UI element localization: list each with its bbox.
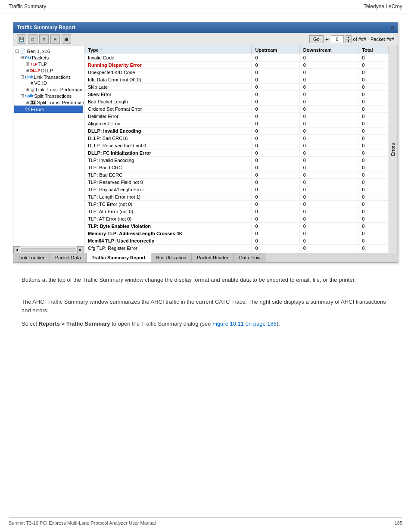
- cell-type: TLP: AT Error (not 0): [84, 215, 252, 223]
- cell-upstream: 0: [252, 208, 299, 215]
- table-row: DLLP: Reserved Field not 0000: [84, 142, 389, 149]
- cell-type: Skip Late: [84, 84, 252, 91]
- cell-upstream: 0: [252, 223, 299, 230]
- cell-downstream: 0: [299, 54, 358, 62]
- cell-total: 0: [358, 201, 389, 208]
- cell-type: Cfg TLP: Register Error: [84, 245, 252, 252]
- cell-downstream: 0: [299, 69, 358, 76]
- cell-total: 0: [358, 223, 389, 230]
- tree-label-packets: Packets: [32, 55, 49, 60]
- cell-type: TLP: Length Error (not 1): [84, 193, 252, 201]
- cell-total: 0: [358, 230, 389, 237]
- tree-item-packets[interactable]: ⊟ Pkt Packets: [14, 54, 83, 61]
- cell-downstream: 0: [299, 128, 358, 135]
- cell-type: TLP: Bad ECRC: [84, 171, 252, 179]
- cell-downstream: 0: [299, 223, 358, 230]
- cell-total: 0: [358, 193, 389, 201]
- cell-downstream: 0: [299, 91, 358, 98]
- cell-upstream: 0: [252, 164, 299, 171]
- cell-upstream: 0: [252, 54, 299, 62]
- header-right: Teledyne LeCroy: [364, 3, 402, 9]
- table-header-row: Type ↑ Upstream Downstream Total: [84, 46, 389, 54]
- open-button[interactable]: □: [28, 34, 37, 44]
- col-type[interactable]: Type ↑: [84, 46, 252, 54]
- tab-data-flow[interactable]: Data Flow: [234, 253, 266, 262]
- cell-type: Bad Packet Length: [84, 98, 252, 106]
- footer-right: 185: [395, 520, 402, 526]
- page-input[interactable]: [331, 35, 344, 43]
- cell-upstream: 0: [252, 149, 299, 157]
- tree-item-gen1[interactable]: ⊟ 📄 Gen 1, x16: [14, 48, 83, 54]
- cell-downstream: 0: [299, 84, 358, 91]
- tab-bus-utilization[interactable]: Bus Utilization: [151, 253, 192, 262]
- errors-side-label: Errors: [389, 46, 398, 253]
- cell-total: 0: [358, 106, 389, 113]
- cell-upstream: 0: [252, 62, 299, 69]
- arrow-icon: ↵: [325, 37, 329, 42]
- table-row: TLP: Attr Error (not 0)000: [84, 208, 389, 215]
- go-button[interactable]: Go: [309, 35, 324, 43]
- cell-type: Ordered Set Format Error: [84, 106, 252, 113]
- print-button[interactable]: ⎙: [39, 34, 49, 44]
- cell-upstream: 0: [252, 120, 299, 128]
- tab-traffic-summary-report[interactable]: Traffic Summary Report: [87, 253, 151, 262]
- tree-item-link-transactions[interactable]: ⊟ Link Link Transactions: [14, 74, 83, 80]
- cell-upstream: 0: [252, 201, 299, 208]
- tree-item-split-perf[interactable]: ⊞ 31 Split Trans. Performan: [14, 99, 83, 106]
- cell-downstream: 0: [299, 215, 358, 223]
- cell-type: Memory TLP: Address/Length Crosses 4K: [84, 230, 252, 237]
- cell-total: 0: [358, 54, 389, 62]
- cell-upstream: 0: [252, 215, 299, 223]
- tab-link-tracker[interactable]: Link Tracker: [13, 253, 50, 262]
- save-button[interactable]: 💾: [17, 34, 26, 44]
- cell-type: Alignment Error: [84, 120, 252, 128]
- table-row: Running Disparity Error000: [84, 62, 389, 69]
- tree-item-split-transactions[interactable]: ⊟ Split Split Transactions: [14, 93, 83, 99]
- cell-total: 0: [358, 245, 389, 252]
- tree-item-link-perf[interactable]: ⊞ 📊 Link Trans. Performan: [14, 86, 83, 93]
- toolbar: 💾 □ ⎙ ⎘ 🖶 Go ↵ ▲ ▼ of ### - Packet ###: [13, 33, 398, 46]
- cell-total: 0: [358, 171, 389, 179]
- table-row: Skew Error000: [84, 91, 389, 98]
- table-row: Idle Data Error (not D0.0)000: [84, 76, 389, 84]
- cell-upstream: 0: [252, 98, 299, 106]
- cell-downstream: 0: [299, 106, 358, 113]
- cell-type: TLP: Invalid Encoding: [84, 157, 252, 164]
- cell-downstream: 0: [299, 149, 358, 157]
- tree-item-tlp[interactable]: ⊞ TLP TLP: [14, 61, 83, 67]
- cell-type: Delimiter Error: [84, 113, 252, 120]
- scroll-right-button[interactable]: ►: [77, 246, 84, 253]
- cell-downstream: 0: [299, 98, 358, 106]
- header-left: Traffic Summary: [9, 3, 46, 9]
- cell-total: 0: [358, 84, 389, 91]
- table-row: Cfg TLP: Register Error000: [84, 245, 389, 252]
- scroll-left-button[interactable]: ◄: [13, 246, 20, 253]
- tree-panel: ⊟ 📄 Gen 1, x16 ⊟ Pkt Packets ⊞ TLP TLP ⊞…: [13, 46, 84, 253]
- cell-total: 0: [358, 76, 389, 84]
- table-row: TLP: Payload/Length Error000: [84, 186, 389, 193]
- p3-link[interactable]: Figure 10.11 on page 186: [212, 320, 277, 327]
- tree-label-gen1: Gen 1, x16: [27, 49, 50, 54]
- spin-down-button[interactable]: ▼: [346, 39, 352, 43]
- body-text: Buttons at the top of the Traffic Summar…: [13, 271, 398, 338]
- cell-total: 0: [358, 62, 389, 69]
- page-footer: Summit T3-16 PCI Express Multi-Lane Prot…: [9, 517, 402, 526]
- cell-downstream: 0: [299, 237, 358, 245]
- tab-packet-data[interactable]: Packet Data: [50, 253, 87, 262]
- cell-total: 0: [358, 69, 389, 76]
- tab-packet-header[interactable]: Packet Header: [192, 253, 234, 262]
- copy-button[interactable]: ⎘: [50, 34, 60, 44]
- table-row: Delimiter Error000: [84, 113, 389, 120]
- export-button[interactable]: 🖶: [62, 34, 71, 44]
- cell-upstream: 0: [252, 135, 299, 142]
- cell-type: Idle Data Error (not D0.0): [84, 76, 252, 84]
- spin-up-button[interactable]: ▲: [346, 35, 352, 39]
- close-button[interactable]: ×: [391, 24, 394, 31]
- tree-item-errors[interactable]: ⓪ Errors: [14, 106, 83, 113]
- cell-downstream: 0: [299, 120, 358, 128]
- cell-type: DLLP: Bad CRC16: [84, 135, 252, 142]
- table-row: Memory TLP: Address/Length Crosses 4K000: [84, 230, 389, 237]
- tree-item-vcid[interactable]: ≡ VC ID: [14, 80, 83, 86]
- tree-item-dllp[interactable]: ⊞ DLLP DLLP: [14, 67, 83, 74]
- table-row: Invalid Code000: [84, 54, 389, 62]
